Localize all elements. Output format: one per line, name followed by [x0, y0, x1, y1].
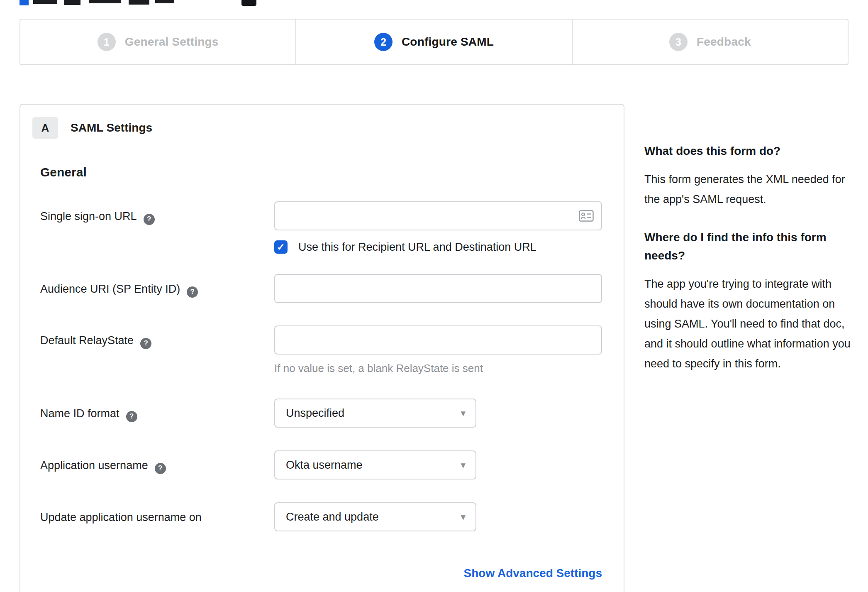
show-advanced-settings-link[interactable]: Show Advanced Settings — [464, 567, 602, 580]
sidebar-answer-2: The app you're trying to integrate with … — [644, 274, 851, 374]
help-icon[interactable]: ? — [155, 463, 166, 474]
relaystate-helper-text: If no value is set, a blank RelayState i… — [274, 362, 622, 375]
step-configure-saml[interactable]: 2 Configure SAML — [295, 20, 571, 64]
appusername-label-cell: Application username? — [40, 450, 274, 479]
select-value: Unspecified — [286, 407, 344, 420]
help-sidebar: What does this form do? This form genera… — [644, 104, 851, 374]
select-value: Create and update — [286, 511, 379, 524]
form-row-sso: Single sign-on URL? — [20, 201, 624, 254]
section-a-badge: A — [32, 117, 58, 139]
sidebar-answer-1: This form generates the XML needed for t… — [644, 169, 851, 209]
sso-url-input[interactable] — [274, 201, 602, 230]
step-label: Feedback — [697, 35, 751, 49]
recipient-url-checkbox[interactable]: ✓ — [274, 240, 288, 254]
sidebar-question-1: What does this form do? — [644, 142, 851, 160]
audience-field-cell — [274, 274, 622, 303]
select-value: Okta username — [286, 459, 363, 472]
clipped-logo-fragment — [20, 0, 29, 5]
update-username-field-cell: Create and update ▾ — [274, 502, 622, 531]
step-label: Configure SAML — [402, 35, 494, 49]
sso-input-wrap — [274, 201, 602, 230]
advanced-settings-row: Show Advanced Settings — [20, 567, 602, 580]
appusername-field-cell: Okta username ▾ — [274, 450, 622, 479]
clipped-title-fragment — [64, 0, 80, 5]
relaystate-field-cell: If no value is set, a blank RelayState i… — [274, 325, 622, 375]
step-number-badge: 1 — [98, 33, 116, 51]
relaystate-label-cell: Default RelayState? — [40, 325, 274, 375]
chevron-down-icon: ▾ — [461, 409, 466, 418]
clipped-title-fragment — [155, 0, 174, 3]
step-general-settings[interactable]: 1 General Settings — [20, 20, 295, 64]
application-username-select[interactable]: Okta username ▾ — [274, 450, 476, 479]
appusername-label: Application username — [40, 459, 148, 472]
update-username-select[interactable]: Create and update ▾ — [274, 502, 476, 531]
contact-card-icon — [579, 210, 594, 222]
relaystate-input[interactable] — [274, 325, 602, 355]
saml-settings-panel: A SAML Settings General Single sign-on U… — [20, 104, 624, 592]
form-row-appusername: Application username? Okta username ▾ — [20, 450, 624, 479]
help-icon[interactable]: ? — [140, 338, 151, 349]
relaystate-label: Default RelayState — [40, 334, 134, 347]
sso-label-cell: Single sign-on URL? — [40, 201, 274, 254]
sso-field-cell: ✓ Use this for Recipient URL and Destina… — [274, 201, 622, 254]
update-username-label: Update application username on — [40, 511, 202, 524]
form-row-nameid: Name ID format? Unspecified ▾ — [20, 399, 624, 428]
sso-checkbox-row: ✓ Use this for Recipient URL and Destina… — [274, 240, 622, 254]
clipped-title-fragment — [129, 0, 149, 5]
general-section-heading: General — [40, 165, 624, 179]
sso-label: Single sign-on URL — [40, 210, 137, 223]
nameid-label: Name ID format — [40, 407, 119, 420]
form-row-audience: Audience URI (SP Entity ID)? — [20, 274, 624, 303]
step-label: General Settings — [125, 35, 219, 49]
wizard-stepper: 1 General Settings 2 Configure SAML 3 Fe… — [20, 19, 848, 65]
step-number-badge: 2 — [374, 33, 393, 51]
chevron-down-icon: ▾ — [461, 512, 466, 522]
sidebar-question-2: Where do I find the info this form needs… — [644, 228, 851, 265]
audience-label: Audience URI (SP Entity ID) — [40, 283, 180, 295]
recipient-url-checkbox-label[interactable]: Use this for Recipient URL and Destinati… — [298, 241, 536, 254]
chevron-down-icon: ▾ — [461, 460, 466, 470]
clipped-header-icon — [241, 0, 256, 6]
configure-saml-page: 1 General Settings 2 Configure SAML 3 Fe… — [0, 0, 868, 592]
update-username-label-cell: Update application username on — [40, 502, 274, 531]
form-row-update-username: Update application username on Create an… — [20, 502, 624, 531]
help-icon[interactable]: ? — [187, 286, 198, 298]
audience-uri-input[interactable] — [274, 274, 602, 303]
step-feedback[interactable]: 3 Feedback — [572, 20, 848, 64]
panel-title: SAML Settings — [71, 121, 152, 135]
form-row-relaystate: Default RelayState? If no value is set, … — [20, 325, 624, 375]
nameid-label-cell: Name ID format? — [40, 399, 274, 428]
name-id-format-select[interactable]: Unspecified ▾ — [274, 399, 476, 428]
help-icon[interactable]: ? — [144, 214, 155, 225]
clipped-title-fragment — [89, 0, 121, 3]
help-icon[interactable]: ? — [126, 411, 137, 422]
audience-label-cell: Audience URI (SP Entity ID)? — [40, 274, 274, 303]
nameid-field-cell: Unspecified ▾ — [274, 399, 622, 428]
step-number-badge: 3 — [669, 33, 688, 51]
clipped-title-fragment — [33, 0, 57, 4]
panel-header: A SAML Settings — [32, 117, 624, 139]
